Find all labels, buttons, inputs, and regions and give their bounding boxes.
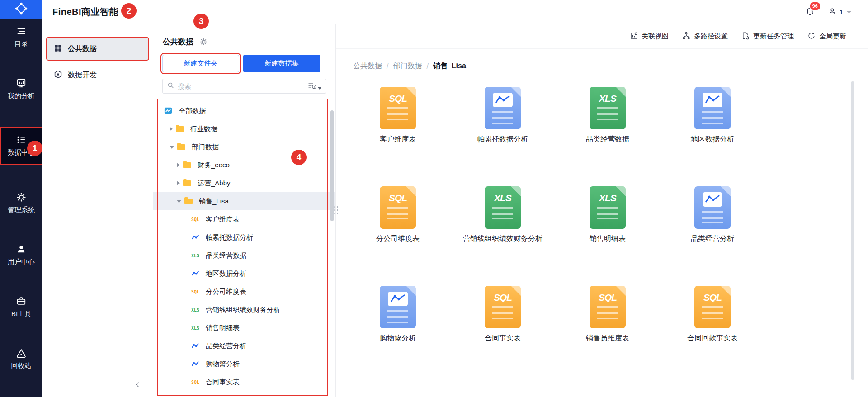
chart-panel-icon xyxy=(388,292,408,306)
annotation-marker-1: 1 xyxy=(27,141,42,156)
tree-item-label: 部门数据 xyxy=(192,143,219,151)
dataset-card[interactable]: XLS 销售明细表 xyxy=(555,186,660,286)
gear-icon xyxy=(16,192,27,203)
chart-file-icon xyxy=(694,87,731,129)
doc-lines-decoration xyxy=(492,207,513,219)
search-input[interactable] xyxy=(178,82,304,90)
main-content: 关联视图 多路径设置 更新任务管理 全局更新 xyxy=(336,24,868,397)
tree-item[interactable]: SQL分公司维度表 xyxy=(153,283,335,301)
nav-item-data-development[interactable]: 数据开发 xyxy=(47,64,148,86)
sidebar-item-label: 我的分析 xyxy=(8,92,35,100)
sidebar-item-recycle-bin[interactable]: 回收站 xyxy=(0,345,42,373)
caret-down-icon xyxy=(318,87,321,90)
new-folder-button[interactable]: 新建文件夹 xyxy=(162,55,239,72)
tree-item[interactable]: 地区数据分析 xyxy=(153,265,335,283)
multi-path-settings-button[interactable]: 多路径设置 xyxy=(682,32,728,41)
recycle-bin-icon xyxy=(16,348,27,359)
tree-item[interactable]: XLS销售明细表 xyxy=(153,319,335,337)
dataset-card-label: 购物篮分析 xyxy=(380,334,416,343)
dataset-card-label: 合同事实表 xyxy=(485,334,521,343)
chart-file-icon xyxy=(485,87,521,129)
dataset-card[interactable]: SQL 客户维度表 xyxy=(345,87,450,186)
catalog-icon xyxy=(16,26,27,37)
sidebar-item-catalog[interactable]: 目录 xyxy=(0,23,42,51)
top-header: FineBI商业智能 96 1 xyxy=(42,0,868,24)
panel-settings-gear-icon[interactable] xyxy=(200,38,208,46)
tree-item[interactable]: 行业数据 xyxy=(153,120,335,138)
new-dataset-button[interactable]: 新建数据集 xyxy=(243,55,320,72)
breadcrumb: 公共数据 / 部门数据 / 销售_Lisa xyxy=(353,61,868,71)
dataset-card[interactable]: SQL 合同事实表 xyxy=(450,286,555,385)
relation-view-button[interactable]: 关联视图 xyxy=(630,32,669,41)
sidebar-menu: 目录 我的分析 数据中心 管理系统 用户中心 BI工具 xyxy=(0,19,42,397)
tree-item[interactable]: 销售_Lisa xyxy=(153,192,335,210)
tree-item[interactable]: 帕累托数据分析 xyxy=(153,228,335,246)
sql-file-icon: SQL xyxy=(380,186,416,229)
search-icon xyxy=(167,82,174,90)
toolbar-label: 更新任务管理 xyxy=(753,32,794,41)
filter-history-icon[interactable] xyxy=(308,82,321,90)
xls-icon: XLS xyxy=(191,253,203,258)
sidebar-item-bi-tools[interactable]: BI工具 xyxy=(0,293,42,321)
collapse-panel-icon[interactable] xyxy=(134,381,141,388)
sidebar-item-my-analysis[interactable]: 我的分析 xyxy=(0,75,42,103)
line-chart-icon xyxy=(191,360,203,368)
dataset-card-label: 客户维度表 xyxy=(380,135,416,144)
dataset-card[interactable]: SQL 分公司维度表 xyxy=(345,186,450,286)
notifications-button[interactable]: 96 xyxy=(805,6,815,18)
tree-item[interactable]: XLS品类经营数据 xyxy=(153,246,335,265)
user-menu[interactable]: 1 xyxy=(828,7,852,17)
tree-item[interactable]: 品类经营分析 xyxy=(153,337,335,355)
content-scrollbar[interactable] xyxy=(851,81,854,380)
user-count: 1 xyxy=(840,8,843,16)
dataset-card[interactable]: 购物篮分析 xyxy=(345,286,450,385)
finebi-logo[interactable] xyxy=(0,0,42,19)
doc-lines-decoration xyxy=(387,310,408,323)
dataset-card[interactable]: SQL 合同回款事实表 xyxy=(660,286,765,385)
tree-item-label: 帕累托数据分析 xyxy=(206,233,253,242)
dataset-card[interactable]: XLS 品类经营数据 xyxy=(555,87,660,186)
dataset-card[interactable]: XLS 营销线组织绩效财务分析 xyxy=(450,186,555,286)
chevron-down-icon[interactable] xyxy=(170,146,174,149)
dataset-card[interactable]: 地区数据分析 xyxy=(660,87,765,186)
file-type-text: XLS xyxy=(599,193,616,203)
tree-item-label: 运营_Abby xyxy=(198,179,231,188)
breadcrumb-item[interactable]: 部门数据 xyxy=(393,61,422,71)
tree-item-label: 全部数据 xyxy=(179,107,206,115)
tree-item[interactable]: 全部数据 xyxy=(153,102,335,120)
chevron-right-icon[interactable] xyxy=(177,181,180,185)
nav-item-public-data[interactable]: 公共数据 xyxy=(47,38,148,60)
chevron-right-icon[interactable] xyxy=(177,163,180,167)
tree-item[interactable]: 财务_eoco xyxy=(153,156,335,174)
dataset-card-label: 销售员维度表 xyxy=(586,334,629,343)
sidebar-item-admin-system[interactable]: 管理系统 xyxy=(0,189,42,217)
tree-item-label: 购物篮分析 xyxy=(206,360,240,369)
nav-item-label: 公共数据 xyxy=(68,44,97,54)
global-update-button[interactable]: 全局更新 xyxy=(807,32,846,41)
folder-icon xyxy=(177,144,189,150)
panel-resize-handle[interactable] xyxy=(333,203,339,216)
dataset-grid: SQL 客户维度表 帕累托数据分析 XLS 品类经营数据 地区数据分析 SQL … xyxy=(345,87,868,385)
tree-item[interactable]: SQL合同事实表 xyxy=(153,373,335,391)
breadcrumb-item[interactable]: 公共数据 xyxy=(353,61,382,71)
tree-item-label: 合同事实表 xyxy=(206,378,240,387)
tree-item-label: 营销线组织绩效财务分析 xyxy=(206,306,280,314)
tree-item[interactable]: XLS营销线组织绩效财务分析 xyxy=(153,301,335,319)
sql-file-icon: SQL xyxy=(590,286,626,328)
dataset-card-label: 品类经营分析 xyxy=(691,234,734,244)
dataset-card[interactable]: SQL 销售员维度表 xyxy=(555,286,660,385)
sidebar-item-user-center[interactable]: 用户中心 xyxy=(0,241,42,269)
tree-item[interactable]: 部门数据 xyxy=(153,138,335,156)
dataset-card[interactable]: 帕累托数据分析 xyxy=(450,87,555,186)
tree-item[interactable]: SQL客户维度表 xyxy=(153,210,335,228)
tree-item[interactable]: 购物篮分析 xyxy=(153,355,335,373)
tree-item[interactable]: 运营_Abby xyxy=(153,174,335,192)
toolbar-label: 关联视图 xyxy=(642,32,669,41)
chevron-right-icon[interactable] xyxy=(170,127,173,131)
line-chart-icon xyxy=(191,342,203,350)
dataset-card[interactable]: 品类经营分析 xyxy=(660,186,765,286)
doc-lines-decoration xyxy=(702,211,723,223)
chevron-down-icon[interactable] xyxy=(177,200,181,203)
update-task-management-button[interactable]: 更新任务管理 xyxy=(741,32,794,41)
search-box[interactable] xyxy=(162,79,326,94)
